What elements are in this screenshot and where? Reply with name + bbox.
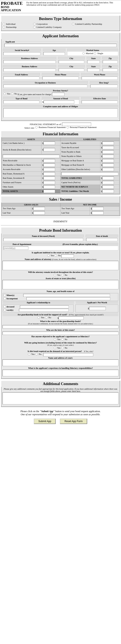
radio-business-no[interactable]: No <box>61 346 67 349</box>
radio-llp[interactable]: Limited Liability Partnership <box>72 23 102 26</box>
court-textarea[interactable] <box>3 360 118 366</box>
bond-type-input[interactable] <box>3 100 39 104</box>
radio-personal-fs[interactable]: Personal Financial Statement <box>66 126 97 129</box>
bond-amount-input[interactable] <box>44 100 74 104</box>
reset-button[interactable]: Reset App Form <box>60 418 87 424</box>
attorney-textarea[interactable] <box>3 261 118 270</box>
radio-indebted-yes[interactable]: Yes <box>47 254 54 257</box>
gross-last-input[interactable] <box>33 211 45 214</box>
deceased-name-input[interactable] <box>3 238 83 241</box>
bus-city-input[interactable] <box>59 68 84 72</box>
radio-business-yes[interactable]: Yes <box>54 346 61 349</box>
l6-input[interactable] <box>102 164 114 167</box>
incompetent-input[interactable] <box>26 297 110 300</box>
radio-support-yes[interactable]: Yes <box>37 316 44 319</box>
a5-input[interactable] <box>43 168 55 171</box>
radio-business-fs[interactable]: Business Financial Statement <box>35 126 66 129</box>
res-addr-input[interactable] <box>3 60 56 64</box>
applicant-name-input[interactable] <box>4 44 117 47</box>
l5-input[interactable] <box>102 159 114 162</box>
rel-ward-checkbox[interactable] <box>4 309 6 311</box>
bus-addr-input[interactable] <box>3 68 56 72</box>
obligee-textarea[interactable] <box>3 108 118 118</box>
radio-partnership[interactable]: Partnership <box>3 26 32 28</box>
death-date-input[interactable] <box>86 238 118 241</box>
incompetent-checkbox[interactable] <box>4 298 6 300</box>
radio-object-no[interactable]: No <box>61 338 67 341</box>
howlong-input[interactable] <box>90 84 118 88</box>
radio-object-yes[interactable]: Yes <box>54 338 61 341</box>
l9-input[interactable] <box>102 185 114 188</box>
finstmt-date-input[interactable] <box>62 122 91 126</box>
networth-input[interactable] <box>89 307 106 310</box>
surety-reason-input[interactable] <box>52 92 64 96</box>
a1-input[interactable] <box>43 142 55 145</box>
l8-input[interactable] <box>102 181 114 184</box>
radio-demand-yes[interactable]: Yes <box>28 353 35 356</box>
support-amt-input[interactable] <box>59 316 84 320</box>
radio-demand-no[interactable]: No <box>35 353 42 356</box>
radio-single[interactable]: Single <box>94 52 103 55</box>
section-additional: Additional Comments Please give any addi… <box>1 380 120 407</box>
res-city-input[interactable] <box>59 60 84 64</box>
occupation-input[interactable] <box>3 84 87 88</box>
radio-indebted-no[interactable]: No <box>54 254 61 257</box>
res-state-input[interactable] <box>87 60 100 64</box>
heirs-input[interactable] <box>3 332 118 335</box>
net-two-input[interactable] <box>92 207 103 210</box>
demand-who-input[interactable] <box>43 353 93 356</box>
bus-state-input[interactable] <box>87 68 100 72</box>
addl-textarea[interactable] <box>3 392 118 404</box>
rel-deceased-checkbox[interactable] <box>4 306 6 308</box>
a3-input[interactable] <box>43 159 55 162</box>
experience-textarea[interactable] <box>3 370 118 376</box>
rel-deceased-input[interactable] <box>20 305 69 308</box>
gross-two-input[interactable] <box>33 207 45 210</box>
ssn-input[interactable] <box>3 52 41 55</box>
radio-corporation[interactable]: Corporation <box>33 23 70 26</box>
lt-input[interactable] <box>102 190 114 193</box>
l7-input[interactable] <box>102 168 114 171</box>
a9-input[interactable] <box>43 185 55 188</box>
assets-textarea[interactable] <box>3 280 118 289</box>
radio-atty-no[interactable]: No <box>61 274 67 276</box>
net-last-input[interactable] <box>92 211 103 214</box>
a8-input[interactable] <box>43 181 55 184</box>
minor-checkbox[interactable] <box>4 294 6 296</box>
radio-married[interactable]: Married <box>82 52 93 55</box>
radio-support-no[interactable]: No <box>45 316 51 319</box>
a6-input[interactable] <box>43 172 55 176</box>
rel-ward-input[interactable] <box>19 309 69 312</box>
bond-date-input[interactable] <box>82 100 118 104</box>
a2-input[interactable] <box>43 148 55 151</box>
l4-input[interactable] <box>102 155 114 158</box>
sales-table: GROSS SALESNET INCOME Two Years Ago$Two … <box>2 203 119 215</box>
section-applicant: Applicant Information Applicant Social S… <box>1 33 120 121</box>
l2-input[interactable] <box>102 146 114 149</box>
radio-individual[interactable]: Individual <box>3 23 32 26</box>
radio-surety-no[interactable]: No <box>11 92 17 95</box>
l7-desc-input[interactable] <box>61 172 118 176</box>
l1-input[interactable] <box>102 142 114 145</box>
a2-desc-input[interactable] <box>3 155 59 158</box>
age-input[interactable] <box>43 52 65 55</box>
email-input[interactable] <box>3 76 39 80</box>
radio-atty-yes[interactable]: Yes <box>54 274 61 276</box>
source-input[interactable] <box>3 325 118 328</box>
appt-date-input[interactable] <box>3 246 28 250</box>
at-input[interactable] <box>43 190 55 193</box>
home-phone-input[interactable] <box>42 76 78 80</box>
ltot-input[interactable] <box>102 176 114 180</box>
bus-zip-input[interactable] <box>103 68 118 72</box>
indebted-explain-input[interactable] <box>61 254 74 258</box>
section-sales: Sales / Income GROSS SALESNET INCOME Two… <box>1 196 120 216</box>
minor-input[interactable] <box>23 294 110 297</box>
res-zip-input[interactable] <box>103 60 118 64</box>
a4-input[interactable] <box>43 164 55 167</box>
radio-surety-yes[interactable]: Yes <box>3 92 10 95</box>
a7-input[interactable] <box>43 176 55 180</box>
radio-llc[interactable]: Limited Liability Company <box>33 26 62 28</box>
work-phone-input[interactable] <box>82 76 118 80</box>
l3-input[interactable] <box>102 150 114 154</box>
submit-button[interactable]: Submit App <box>34 418 56 424</box>
